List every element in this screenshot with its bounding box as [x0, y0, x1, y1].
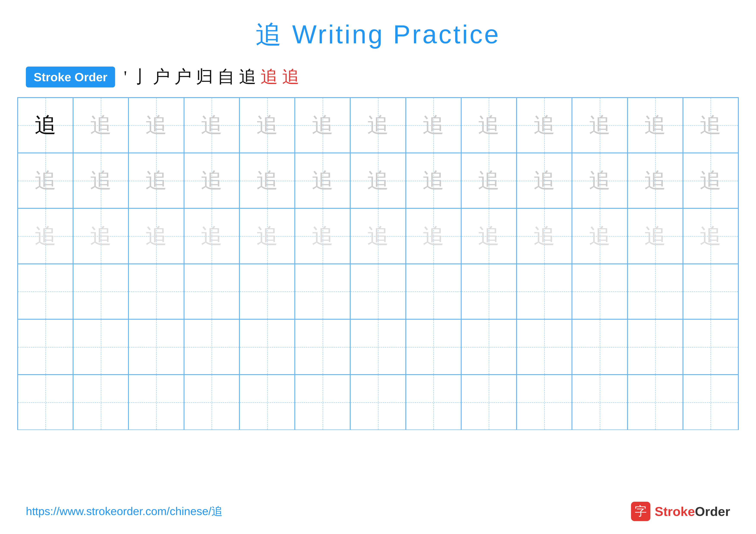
logo-text: StrokeOrder [655, 504, 730, 519]
grid-cell[interactable]: 追 [350, 153, 406, 208]
grid-cell[interactable] [628, 375, 683, 430]
grid-cell[interactable]: 追 [295, 98, 350, 153]
grid-cell[interactable]: 追 [683, 153, 738, 208]
grid-cell[interactable] [295, 319, 350, 375]
grid-cell[interactable]: 追 [18, 98, 73, 153]
grid-cell[interactable] [683, 264, 738, 319]
grid-cell[interactable] [295, 375, 350, 430]
grid-cell[interactable]: 追 [517, 153, 572, 208]
grid-cell[interactable] [73, 375, 128, 430]
character-guide: 追 [146, 222, 167, 251]
grid-cell[interactable]: 追 [239, 208, 295, 264]
stroke-char-2: 户 [153, 65, 170, 89]
character-guide: 追 [146, 111, 167, 140]
grid-cell[interactable] [128, 375, 184, 430]
grid-cell[interactable]: 追 [461, 153, 517, 208]
grid-cell[interactable]: 追 [572, 208, 627, 264]
grid-cell[interactable] [295, 264, 350, 319]
grid-cell[interactable] [517, 375, 572, 430]
grid-cell[interactable]: 追 [128, 208, 184, 264]
grid-cell[interactable]: 追 [73, 208, 128, 264]
character-guide: 追 [589, 222, 610, 251]
grid-cell[interactable]: 追 [184, 98, 239, 153]
grid-cell[interactable] [572, 319, 627, 375]
grid-cell[interactable]: 追 [239, 153, 295, 208]
grid-cell[interactable]: 追 [350, 98, 406, 153]
grid-cell[interactable] [184, 319, 239, 375]
grid-cell[interactable] [628, 264, 683, 319]
grid-cell[interactable]: 追 [18, 153, 73, 208]
grid-cell[interactable] [239, 375, 295, 430]
grid-cell[interactable] [239, 319, 295, 375]
footer-url: https://www.strokeorder.com/chinese/追 [26, 504, 223, 519]
footer-logo: 字 StrokeOrder [631, 502, 730, 521]
grid-cell[interactable]: 追 [406, 208, 461, 264]
grid-cell[interactable]: 追 [683, 98, 738, 153]
character-guide: 追 [35, 111, 56, 140]
grid-cell[interactable]: 追 [239, 98, 295, 153]
grid-cell[interactable]: 追 [517, 208, 572, 264]
grid-cell[interactable]: 追 [295, 153, 350, 208]
character-guide: 追 [422, 166, 444, 195]
grid-cell[interactable]: 追 [683, 208, 738, 264]
grid-cell[interactable] [350, 319, 406, 375]
grid-cell[interactable] [184, 375, 239, 430]
grid-cell[interactable] [406, 264, 461, 319]
grid-cell[interactable]: 追 [184, 208, 239, 264]
grid-cell[interactable]: 追 [461, 208, 517, 264]
page-title: 追 Writing Practice [0, 0, 756, 52]
grid-cell[interactable] [18, 264, 73, 319]
character-guide: 追 [201, 111, 222, 140]
grid-cell[interactable] [73, 319, 128, 375]
grid-cell[interactable]: 追 [406, 153, 461, 208]
grid-cell[interactable]: 追 [18, 208, 73, 264]
grid-cell[interactable]: 追 [461, 98, 517, 153]
stroke-char-4: 归 [196, 65, 213, 89]
grid-cell[interactable] [350, 375, 406, 430]
grid-cell[interactable] [461, 375, 517, 430]
grid-cell[interactable]: 追 [572, 98, 627, 153]
grid-cell[interactable] [18, 319, 73, 375]
grid-cell[interactable] [73, 264, 128, 319]
stroke-char-6: 追 [239, 65, 256, 89]
grid-cell[interactable]: 追 [517, 98, 572, 153]
grid-cell[interactable]: 追 [295, 208, 350, 264]
grid-cell[interactable] [239, 264, 295, 319]
character-guide: 追 [201, 166, 222, 195]
character-guide: 追 [146, 166, 167, 195]
character-guide: 追 [534, 166, 555, 195]
grid-cell[interactable] [350, 264, 406, 319]
grid-cell[interactable] [517, 264, 572, 319]
grid-cell[interactable] [683, 319, 738, 375]
grid-cell[interactable]: 追 [73, 153, 128, 208]
grid-cell[interactable]: 追 [184, 153, 239, 208]
grid-cell[interactable]: 追 [572, 153, 627, 208]
grid-cell[interactable] [461, 319, 517, 375]
grid-cell[interactable]: 追 [628, 98, 683, 153]
grid-cell[interactable]: 追 [406, 98, 461, 153]
character-guide: 追 [367, 166, 389, 195]
character-guide: 追 [256, 222, 278, 251]
grid-cell[interactable] [572, 264, 627, 319]
grid-cell[interactable] [128, 319, 184, 375]
character-guide: 追 [312, 111, 334, 140]
grid-cell[interactable] [18, 375, 73, 430]
grid-cell[interactable]: 追 [128, 153, 184, 208]
character-guide: 追 [700, 166, 721, 195]
grid-cell[interactable]: 追 [628, 208, 683, 264]
grid-cell[interactable] [572, 375, 627, 430]
grid-cell[interactable] [517, 319, 572, 375]
grid-cell[interactable] [461, 264, 517, 319]
grid-cell[interactable] [184, 264, 239, 319]
grid-cell[interactable]: 追 [128, 98, 184, 153]
grid-cell[interactable]: 追 [350, 208, 406, 264]
grid-cell[interactable]: 追 [628, 153, 683, 208]
grid-cell[interactable] [406, 319, 461, 375]
character-guide: 追 [534, 222, 555, 251]
grid-cell[interactable] [128, 264, 184, 319]
stroke-char-5: 自 [217, 65, 235, 89]
grid-cell[interactable] [628, 319, 683, 375]
grid-cell[interactable]: 追 [73, 98, 128, 153]
grid-cell[interactable] [683, 375, 738, 430]
grid-cell[interactable] [406, 375, 461, 430]
